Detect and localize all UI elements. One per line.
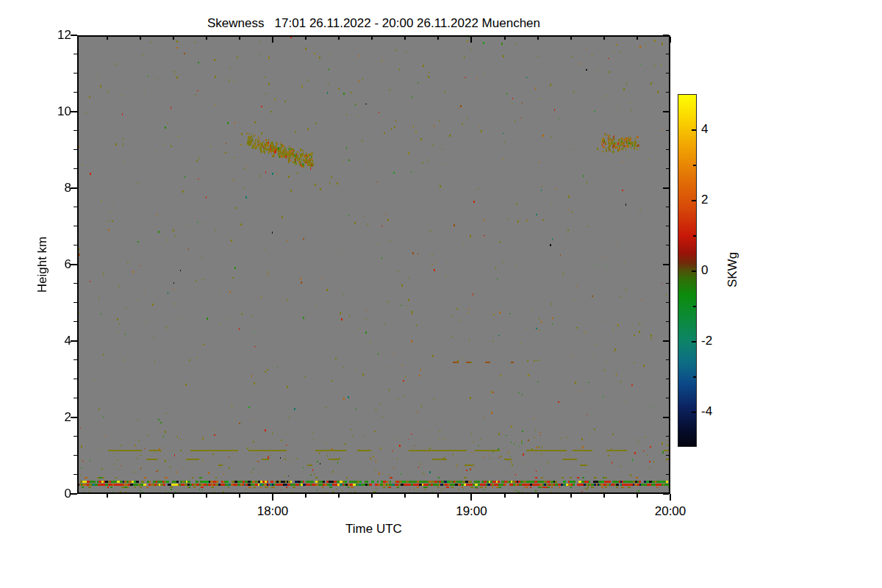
colorbar-major-tick <box>692 412 696 413</box>
x-major-tick-top <box>670 37 671 43</box>
y-tick-label: 0 <box>28 487 71 501</box>
y-major-tick <box>71 340 77 342</box>
x-minor-tick <box>637 494 638 498</box>
y-minor-tick-right <box>666 207 669 207</box>
y-minor-tick <box>74 245 77 245</box>
y-minor-tick-right <box>666 54 669 54</box>
colorbar-minor-tick <box>693 376 696 378</box>
x-minor-tick-top <box>570 37 572 40</box>
x-axis-label: Time UTC <box>77 522 670 537</box>
colorbar-major-tick <box>692 270 696 272</box>
x-major-tick <box>670 494 671 501</box>
y-major-tick <box>71 493 77 495</box>
y-minor-tick <box>74 92 77 93</box>
y-axis-label: Height km <box>35 237 50 293</box>
colorbar-minor-tick <box>693 235 696 237</box>
colorbar-major-tick <box>692 341 696 343</box>
y-major-tick-right <box>663 264 669 265</box>
y-major-tick-right <box>663 187 669 189</box>
x-major-tick-top <box>272 37 273 43</box>
y-minor-tick-right <box>666 283 669 284</box>
y-major-tick <box>71 264 77 265</box>
y-tick-label: 8 <box>28 181 71 196</box>
y-minor-tick-right <box>666 474 669 475</box>
colorbar-major-tick <box>692 200 696 201</box>
x-minor-tick-top <box>437 37 439 40</box>
y-minor-tick <box>74 455 77 456</box>
x-minor-tick <box>404 494 406 498</box>
x-minor-tick <box>437 494 439 498</box>
y-minor-tick-right <box>666 455 669 456</box>
skewness-quicklook-figure: Skewness 17:01 26.11.2022 - 20:00 26.11.… <box>0 0 882 588</box>
y-minor-tick <box>74 474 77 475</box>
x-minor-tick-top <box>206 37 207 40</box>
y-major-tick <box>71 187 77 189</box>
x-minor-tick-top <box>305 37 306 40</box>
x-minor-tick <box>206 494 207 498</box>
y-minor-tick-right <box>666 92 669 93</box>
y-minor-tick-right <box>666 321 669 322</box>
plot-title: Skewness 17:01 26.11.2022 - 20:00 26.11.… <box>77 16 670 31</box>
x-major-tick <box>272 494 273 501</box>
x-minor-tick-top <box>637 37 638 40</box>
y-major-tick-right <box>663 417 669 418</box>
y-tick-label: 12 <box>28 28 71 43</box>
y-minor-tick <box>74 168 77 169</box>
x-minor-tick-top <box>338 37 340 40</box>
x-minor-tick <box>371 494 373 498</box>
y-minor-tick <box>74 130 77 131</box>
y-minor-tick <box>74 379 77 379</box>
y-minor-tick-right <box>666 168 669 169</box>
x-minor-tick <box>140 494 141 498</box>
x-minor-tick-top <box>140 37 141 40</box>
y-major-tick-right <box>663 493 669 495</box>
x-minor-tick-top <box>239 37 240 40</box>
x-minor-tick-top <box>404 37 406 40</box>
y-tick-label: 10 <box>28 104 71 119</box>
colorbar-tick-label: -4 <box>701 404 731 419</box>
y-minor-tick <box>74 54 77 54</box>
y-tick-label: 2 <box>28 410 71 425</box>
x-minor-tick-top <box>371 37 373 40</box>
y-minor-tick-right <box>666 149 669 150</box>
x-minor-tick <box>338 494 340 498</box>
x-minor-tick <box>570 494 572 498</box>
y-minor-tick-right <box>666 379 669 379</box>
y-minor-tick <box>74 283 77 284</box>
x-minor-tick-top <box>603 37 605 40</box>
colorbar-tick-label: 4 <box>701 122 731 137</box>
y-tick-label: 4 <box>28 334 71 348</box>
x-minor-tick <box>603 494 605 498</box>
x-tick-label: 18:00 <box>251 504 295 519</box>
y-major-tick-right <box>663 340 669 342</box>
x-tick-label: 20:00 <box>648 504 692 519</box>
colorbar-tick-label: -2 <box>701 334 731 348</box>
x-major-tick-top <box>470 37 472 43</box>
y-major-tick-right <box>663 35 669 36</box>
y-minor-tick-right <box>666 359 669 360</box>
y-minor-tick <box>74 226 77 226</box>
y-minor-tick-right <box>666 398 669 398</box>
colorbar-major-tick <box>692 129 696 131</box>
y-major-tick <box>71 417 77 418</box>
y-minor-tick <box>74 321 77 322</box>
x-minor-tick <box>504 494 506 498</box>
x-minor-tick-top <box>107 37 108 40</box>
x-minor-tick-top <box>504 37 506 40</box>
x-minor-tick <box>107 494 108 498</box>
y-major-tick <box>71 35 77 36</box>
y-minor-tick <box>74 302 77 303</box>
y-minor-tick <box>74 207 77 207</box>
x-minor-tick <box>305 494 306 498</box>
y-minor-tick <box>74 359 77 360</box>
y-minor-tick <box>74 149 77 150</box>
x-minor-tick-top <box>173 37 174 40</box>
x-major-tick <box>470 494 472 501</box>
y-minor-tick-right <box>666 436 669 437</box>
x-minor-tick <box>537 494 539 498</box>
y-minor-tick <box>74 398 77 398</box>
y-minor-tick-right <box>666 226 669 226</box>
colorbar-title: SKWg <box>725 252 740 287</box>
y-minor-tick-right <box>666 73 669 74</box>
colorbar <box>678 94 697 447</box>
